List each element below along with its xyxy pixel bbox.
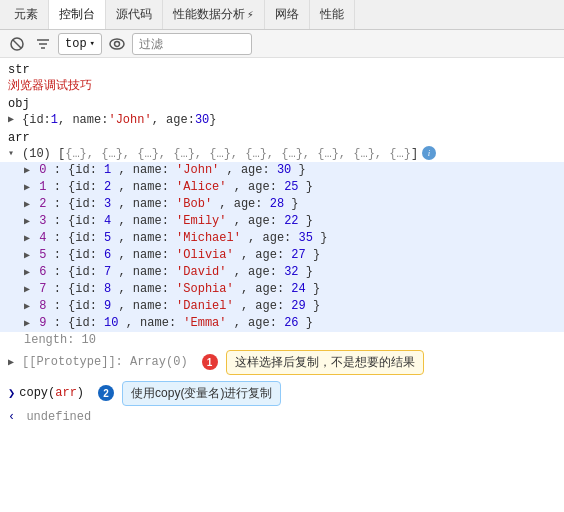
annotation1-text: 这样选择后复制，不是想要的结果 [226,350,424,375]
str-label-line: str [0,62,564,78]
arr-item-1: 1 : {id: 2 , name: 'Alice' , age: 25 } [0,179,564,196]
svg-line-1 [13,40,21,48]
obj-label-line: obj [0,96,564,112]
item-expand-3[interactable] [24,216,30,227]
console-output: str 浏览器调试技巧 obj {id: 1 , name: 'John' , … [0,58,564,512]
array-info-icon[interactable]: i [422,146,436,160]
console-toolbar: top ▾ [0,30,564,58]
item-expand-0[interactable] [24,165,30,176]
tab-list: 元素 控制台 源代码 性能数据分析 ⚡ 网络 性能 [4,0,355,29]
tab-network[interactable]: 网络 [265,0,310,29]
arr-item-5: 5 : {id: 6 , name: 'Olivia' , age: 27 } [0,247,564,264]
annotation1-num: 1 [202,354,218,370]
length-line: length: 10 [0,332,564,348]
item-expand-8[interactable] [24,301,30,312]
undefined-line: ‹ undefined [0,408,564,426]
arr-item-7: 7 : {id: 8 , name: 'Sophia' , age: 24 } [0,281,564,298]
prototype-expand[interactable] [8,356,20,368]
filter-input[interactable] [132,33,252,55]
context-dropdown[interactable]: top ▾ [58,33,102,55]
tab-performance[interactable]: 性能 [310,0,355,29]
arr-item-8: 8 : {id: 9 , name: 'Daniel' , age: 29 } [0,298,564,315]
arr-item-3: 3 : {id: 4 , name: 'Emily' , age: 22 } [0,213,564,230]
svg-point-6 [115,41,120,46]
arr-item-9: 9 : {id: 10 , name: 'Emma' , age: 26 } [0,315,564,332]
item-expand-9[interactable] [24,318,30,329]
annotation2-text: 使用copy(变量名)进行复制 [122,381,281,406]
obj-value-line: {id: 1 , name: 'John' , age: 30 } [0,112,564,128]
item-expand-6[interactable] [24,267,30,278]
clear-console-button[interactable] [6,33,28,55]
obj-expand-arrow[interactable] [8,112,20,128]
item-expand-2[interactable] [24,199,30,210]
arr-item-4: 4 : {id: 5 , name: 'Michael' , age: 35 } [0,230,564,247]
filter-button[interactable] [32,33,54,55]
tabs-toolbar: 元素 控制台 源代码 性能数据分析 ⚡ 网络 性能 [0,0,564,30]
arr-item-6: 6 : {id: 7 , name: 'David' , age: 32 } [0,264,564,281]
tab-elements[interactable]: 元素 [4,0,49,29]
eye-icon[interactable] [106,33,128,55]
arr-item-0: 0 : {id: 1 , name: 'John' , age: 30 } [0,162,564,179]
str-value-line: 浏览器调试技巧 [0,78,564,94]
item-expand-7[interactable] [24,284,30,295]
copy-row: ❯ copy( arr ) 2 使用copy(变量名)进行复制 [0,379,564,408]
item-expand-4[interactable] [24,233,30,244]
arr-expand-arrow[interactable] [8,146,20,162]
item-expand-1[interactable] [24,182,30,193]
arr-item-2: 2 : {id: 3 , name: 'Bob' , age: 28 } [0,196,564,213]
tab-console[interactable]: 控制台 [49,0,106,29]
annotation2-num: 2 [98,385,114,401]
arr-summary-line: (10) [ {…}, {…}, {…}, {…}, {…}, {…}, {…}… [0,146,564,162]
item-expand-5[interactable] [24,250,30,261]
chevron-down-icon: ▾ [90,38,95,49]
arr-label-line: arr [0,130,564,146]
svg-point-5 [110,39,124,49]
annotation1-row: [[Prototype]]: Array(0) 1 这样选择后复制，不是想要的结… [0,348,564,377]
tab-performance-data[interactable]: 性能数据分析 ⚡ [163,0,265,29]
tab-sources[interactable]: 源代码 [106,0,163,29]
